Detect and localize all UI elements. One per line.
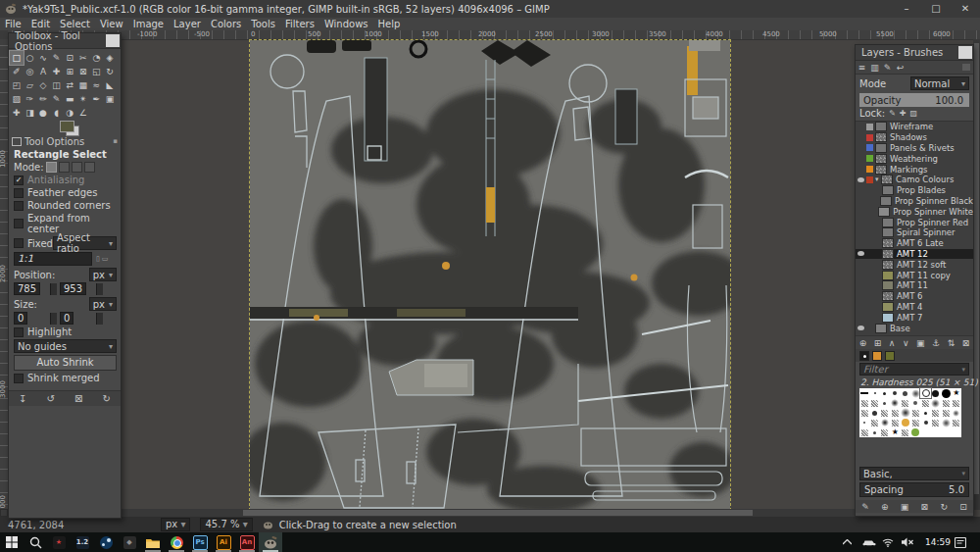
layer-row-amt-4[interactable]: AMT 4 (856, 302, 973, 313)
anchor-layer-button[interactable]: ⚓ (932, 338, 940, 348)
tool-pencil[interactable]: ✏ (36, 92, 50, 106)
brush-thumbnail[interactable] (880, 408, 890, 418)
tab-channels[interactable]: ▥ (868, 63, 881, 73)
brush-thumbnail[interactable] (859, 408, 869, 418)
brush-thumbnail[interactable] (931, 398, 941, 408)
layer-row-amt-7[interactable]: AMT 7 (856, 312, 973, 323)
layer-row-prop-spinner-red[interactable]: Prop Spinner Red (856, 217, 973, 227)
tab-layers[interactable]: ≡ (856, 63, 868, 73)
taskbar-animate[interactable]: An (235, 532, 259, 552)
taskbar-chrome[interactable] (165, 532, 188, 552)
color-tag[interactable] (866, 134, 873, 141)
layer-row-wireframe[interactable]: Wireframe (856, 122, 973, 132)
tool-clone[interactable]: ▣ (103, 92, 117, 106)
menu-edit[interactable]: Edit (26, 18, 55, 30)
duplicate-brush-button[interactable]: ▣ (901, 502, 909, 512)
tool-bucket-fill[interactable]: ◣ (103, 78, 117, 92)
brush-thumbnail[interactable] (901, 418, 910, 427)
tool-smudge[interactable]: ◖ (50, 106, 64, 120)
layer-row-amt-12[interactable]: AMT 12 (856, 249, 973, 260)
layer-row-amt-11[interactable]: AMT 11 (856, 280, 973, 291)
taskbar-file-explorer[interactable] (141, 532, 165, 552)
tray-vehicle-icon[interactable] (862, 538, 882, 547)
layer-row-prop-spinner-white[interactable]: Prop Spinner White (856, 206, 973, 217)
color-swatch-olive[interactable] (885, 351, 895, 361)
brush-thumbnail[interactable] (859, 418, 869, 427)
brush-thumbnail[interactable] (869, 398, 879, 408)
checkbox[interactable] (14, 327, 24, 337)
tab-paths[interactable]: ✎ (881, 63, 894, 73)
tool-blur-sharpen[interactable]: ● (36, 106, 50, 120)
brush-thumbnail[interactable] (910, 427, 920, 437)
tool-foreground-select[interactable]: ◈ (103, 51, 117, 65)
tool-airbrush[interactable]: ✴ (76, 92, 90, 106)
layer-row-base[interactable]: Base (856, 323, 973, 333)
layer-mode-dropdown[interactable]: Normal▾ (910, 76, 969, 90)
layer-row-panels-&-rivets[interactable]: Panels & Rivets (856, 143, 973, 154)
layer-row-amt-11-copy[interactable]: AMT 11 copy (856, 270, 973, 280)
zoom-dropdown[interactable]: 45.7 % ▾ (200, 518, 252, 531)
brush-thumbnail[interactable] (952, 408, 961, 418)
menu-help[interactable]: Help (373, 18, 406, 30)
brush-thumbnail[interactable] (910, 388, 920, 398)
brush-thumbnail[interactable] (880, 418, 890, 427)
menu-image[interactable]: Image (128, 18, 169, 30)
brush-thumbnail[interactable] (869, 418, 879, 427)
tool-unified-transform[interactable]: ◱ (90, 65, 104, 78)
color-tag[interactable] (866, 176, 873, 183)
brush-thumbnail[interactable] (952, 418, 961, 427)
brush-thumbnail[interactable] (920, 418, 930, 427)
tool-dodge-burn[interactable]: ◑ (63, 106, 76, 120)
size-unit-dropdown[interactable]: px▾ (89, 297, 117, 311)
brush-thumbnail[interactable] (880, 388, 890, 398)
brush-thumbnail[interactable] (890, 418, 900, 427)
tool-zoom[interactable]: ◎ (24, 65, 37, 78)
tool-gradient[interactable]: ▨ (10, 92, 24, 106)
brush-thumbnail[interactable] (901, 408, 910, 418)
fixed-type-dropdown[interactable]: Aspect ratio▾ (53, 236, 117, 250)
brush-filter-input[interactable]: Filter ▾ (859, 363, 969, 376)
brush-thumbnail[interactable] (859, 388, 869, 398)
taskbar-gimp[interactable] (259, 532, 282, 552)
tool-flip[interactable]: ⇄ (63, 78, 76, 92)
checkbox[interactable] (14, 374, 24, 383)
tool-heal[interactable]: ✚ (10, 106, 24, 120)
portrait-icon[interactable]: ▯ (96, 255, 100, 263)
layer-row-prop-blades[interactable]: Prop Blades (856, 185, 973, 196)
checkbox[interactable] (14, 201, 24, 211)
brush-thumbnail[interactable]: ★ (890, 427, 900, 437)
search-icon[interactable] (24, 532, 47, 552)
tool-measure[interactable]: ∠ (76, 106, 90, 120)
brush-thumbnail[interactable] (901, 388, 910, 398)
quick-mask-toggle[interactable] (0, 509, 8, 517)
brush-thumbnail[interactable] (920, 388, 930, 398)
edit-brush-button[interactable]: ✎ (861, 502, 869, 512)
position-unit-dropdown[interactable]: px▾ (89, 268, 117, 281)
menu-colors[interactable]: Colors (206, 18, 246, 30)
tab-undo-history[interactable]: ↩ (894, 63, 906, 73)
landscape-icon[interactable]: ▭ (102, 255, 109, 263)
canvas-horizontal-scrollbar[interactable] (8, 509, 973, 517)
tool-paintbrush[interactable]: ✎ (50, 92, 64, 106)
taskbar-illustrator[interactable]: Ai (212, 532, 235, 552)
tool-scale[interactable]: ◰ (10, 78, 24, 92)
mode-subtract-button[interactable] (72, 162, 82, 173)
brush-thumbnail[interactable] (941, 398, 951, 408)
position-y-input[interactable]: 953 (60, 283, 103, 295)
tool-warp-transform[interactable]: ≈ (90, 78, 104, 92)
mode-replace-button[interactable] (46, 162, 57, 173)
layer-row-shadows[interactable]: Shadows (856, 132, 973, 143)
size-width-input[interactable]: 0 (14, 313, 57, 325)
tray-chevron-icon[interactable] (843, 539, 862, 545)
layer-row-prop-spinner-black[interactable]: Prop Spinner Black (856, 196, 973, 207)
refresh-brushes-button[interactable]: ↻ (940, 502, 948, 512)
tool-crop[interactable]: ⊠ (76, 65, 90, 78)
tool-scissors-select[interactable]: ✂ (76, 51, 90, 65)
position-x-input[interactable]: 785 (14, 283, 57, 295)
tool-transform-3d[interactable]: ◫ (50, 78, 64, 92)
aspect-ratio-input[interactable]: 1:1 (14, 252, 92, 266)
tool-perspective-clone[interactable]: ◨ (24, 106, 37, 120)
tool-text[interactable]: A (36, 65, 50, 78)
mode-add-button[interactable] (59, 162, 70, 173)
lock-position-icon[interactable]: ✚ (900, 109, 906, 118)
